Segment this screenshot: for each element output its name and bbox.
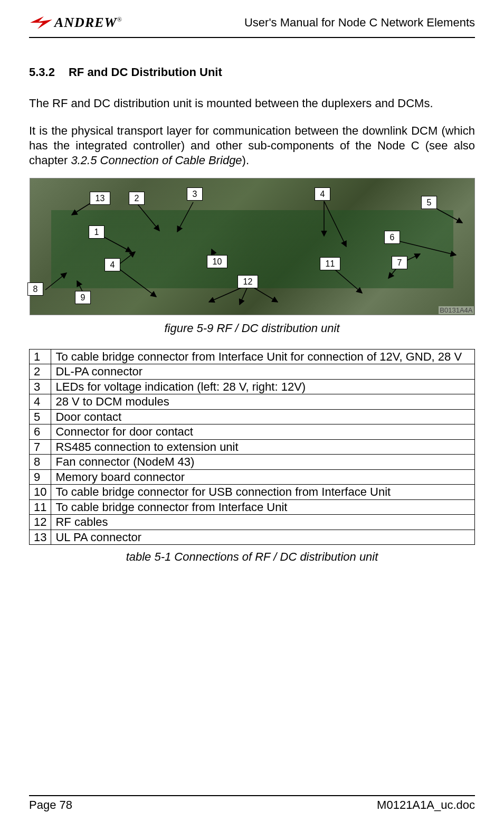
legend-num: 11 [30, 499, 51, 515]
callout-5: 5 [421, 196, 438, 209]
table-row: 7RS485 connection to extension unit [30, 439, 475, 455]
footer-rule [29, 795, 475, 796]
legend-table: 1To cable bridge connector from Interfac… [29, 349, 475, 545]
figure: 13 2 3 4 5 1 6 4 10 11 7 12 8 9 B0131A4A [30, 178, 475, 315]
table-row: 3LEDs for voltage indication (left: 28 V… [30, 379, 475, 394]
legend-desc: RF cables [51, 515, 475, 530]
legend-desc: Connector for door contact [51, 424, 475, 440]
legend-desc: To cable bridge connector from Interface… [51, 499, 475, 515]
doc-filename: M0121A1A_uc.doc [377, 798, 475, 812]
legend-num: 7 [30, 439, 51, 455]
callout-3: 3 [187, 187, 203, 201]
legend-desc: To cable bridge connector from Interface… [51, 349, 475, 364]
table-row: 428 V to DCM modules [30, 394, 475, 410]
callout-4-bottom: 4 [104, 258, 121, 271]
legend-num: 8 [30, 455, 51, 470]
page-header: ANDREW® User's Manual for Node C Network… [29, 15, 475, 36]
legend-desc: UL PA connector [51, 530, 475, 545]
callout-6: 6 [384, 231, 401, 244]
table-row: 2DL-PA connector [30, 364, 475, 380]
callout-9: 9 [75, 291, 91, 304]
table-row: 11To cable bridge connector from Interfa… [30, 499, 475, 515]
table-row: 10To cable bridge connector for USB conn… [30, 485, 475, 500]
callout-10: 10 [207, 255, 228, 268]
callout-1: 1 [89, 225, 105, 239]
callout-11: 11 [320, 257, 341, 270]
table-row: 5Door contact [30, 409, 475, 424]
table-row: 13UL PA connector [30, 530, 475, 545]
section-title: RF and DC Distribution Unit [69, 65, 222, 79]
callout-7: 7 [392, 256, 408, 269]
callout-4-top: 4 [315, 187, 331, 201]
paragraph-detail-c: ). [242, 154, 249, 167]
image-id: B0131A4A [439, 306, 473, 314]
legend-desc: Door contact [51, 409, 475, 424]
callout-12: 12 [237, 275, 259, 288]
registered-mark: ® [117, 16, 122, 23]
legend-desc: 28 V to DCM modules [51, 394, 475, 410]
legend-num: 10 [30, 485, 51, 500]
legend-desc: RS485 connection to extension unit [51, 439, 475, 455]
svg-marker-0 [30, 16, 52, 29]
legend-num: 6 [30, 424, 51, 440]
table-row: 12RF cables [30, 515, 475, 530]
callout-2: 2 [129, 192, 145, 205]
document-title: User's Manual for Node C Network Element… [244, 16, 475, 30]
legend-num: 1 [30, 349, 51, 364]
legend-num: 3 [30, 379, 51, 394]
page-footer: Page 78 M0121A1A_uc.doc [29, 795, 475, 812]
legend-desc: DL-PA connector [51, 364, 475, 380]
legend-desc: Fan connector (NodeM 43) [51, 455, 475, 470]
paragraph-intro: The RF and DC distribution unit is mount… [29, 96, 475, 111]
brand-logo: ANDREW® [29, 15, 122, 31]
legend-num: 13 [30, 530, 51, 545]
legend-num: 4 [30, 394, 51, 410]
paragraph-detail-ref: 3.2.5 Connection of Cable Bridge [71, 154, 242, 167]
callout-8: 8 [27, 282, 44, 296]
table-row: 8Fan connector (NodeM 43) [30, 455, 475, 470]
header-rule [29, 37, 475, 38]
legend-num: 2 [30, 364, 51, 380]
logo-text: ANDREW® [54, 15, 122, 31]
table-row: 1To cable bridge connector from Interfac… [30, 349, 475, 364]
table-row: 9Memory board connector [30, 469, 475, 485]
page-number: Page 78 [29, 798, 72, 812]
figure-caption: figure 5-9 RF / DC distribution unit [29, 322, 475, 335]
table-caption: table 5-1 Connections of RF / DC distrib… [29, 550, 475, 564]
legend-desc: Memory board connector [51, 469, 475, 485]
paragraph-detail: It is the physical transport layer for c… [29, 124, 475, 168]
table-row: 6Connector for door contact [30, 424, 475, 440]
legend-desc: LEDs for voltage indication (left: 28 V,… [51, 379, 475, 394]
section-number: 5.3.2 [29, 65, 55, 79]
legend-num: 9 [30, 469, 51, 485]
section-heading: 5.3.2RF and DC Distribution Unit [29, 65, 475, 79]
legend-num: 5 [30, 409, 51, 424]
lightning-icon [29, 15, 53, 30]
legend-desc: To cable bridge connector for USB connec… [51, 485, 475, 500]
callout-13: 13 [90, 192, 111, 205]
legend-num: 12 [30, 515, 51, 530]
logo-word: ANDREW [54, 15, 117, 30]
